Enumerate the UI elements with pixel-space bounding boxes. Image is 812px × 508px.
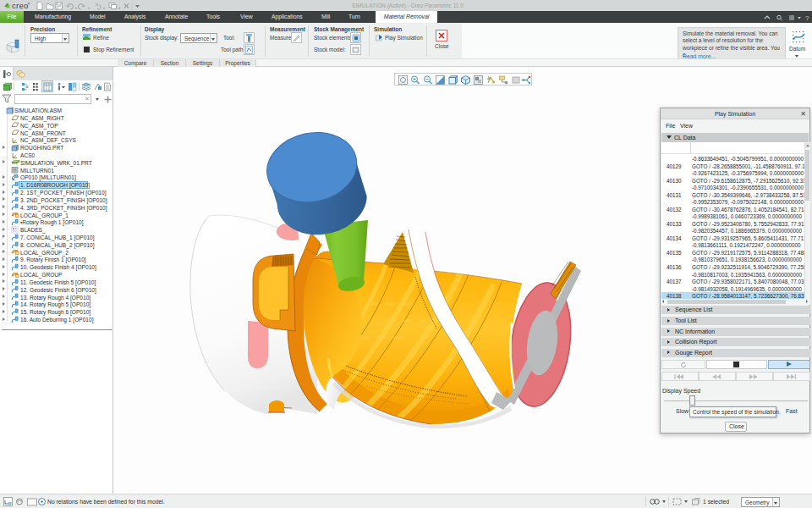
svg-text:creo: creo <box>12 1 29 10</box>
svg-text:?: ? <box>805 14 809 21</box>
